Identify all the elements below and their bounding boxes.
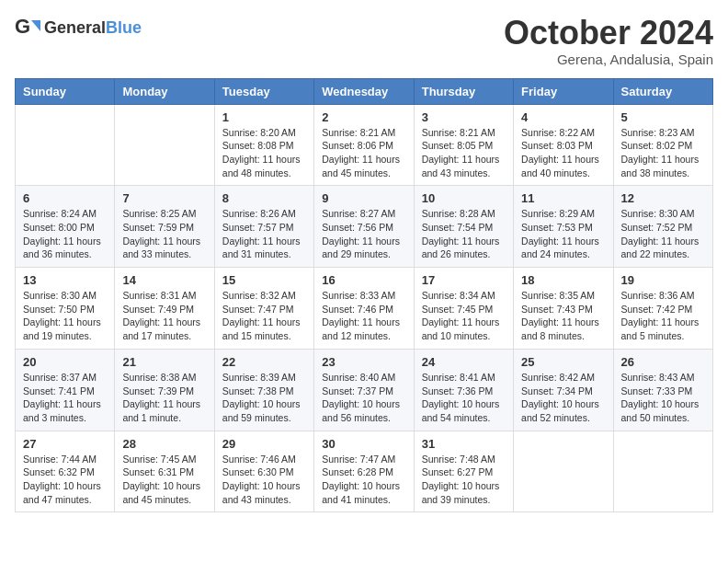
calendar-cell: 27Sunrise: 7:44 AM Sunset: 6:32 PM Dayli… [16, 431, 115, 512]
header-thursday: Thursday [414, 78, 513, 104]
page-header: G GeneralBlue October 2024 Gerena, Andal… [15, 15, 713, 67]
day-detail: Sunrise: 8:39 AM Sunset: 7:38 PM Dayligh… [222, 371, 306, 425]
day-number: 29 [222, 437, 306, 451]
week-row-5: 27Sunrise: 7:44 AM Sunset: 6:32 PM Dayli… [16, 431, 713, 512]
week-row-1: 1Sunrise: 8:20 AM Sunset: 8:08 PM Daylig… [16, 104, 713, 186]
day-number: 5 [621, 110, 705, 124]
calendar-cell: 31Sunrise: 7:48 AM Sunset: 6:27 PM Dayli… [414, 431, 513, 512]
day-detail: Sunrise: 7:46 AM Sunset: 6:30 PM Dayligh… [222, 453, 306, 507]
day-detail: Sunrise: 8:42 AM Sunset: 7:34 PM Dayligh… [521, 371, 605, 425]
calendar-cell: 20Sunrise: 8:37 AM Sunset: 7:41 PM Dayli… [16, 349, 115, 431]
day-detail: Sunrise: 8:34 AM Sunset: 7:45 PM Dayligh… [422, 289, 506, 343]
day-detail: Sunrise: 8:36 AM Sunset: 7:42 PM Dayligh… [621, 289, 705, 343]
calendar-cell [16, 104, 115, 186]
logo-icon: G [15, 15, 40, 40]
month-title: October 2024 [504, 15, 713, 52]
day-number: 26 [621, 355, 705, 369]
day-detail: Sunrise: 8:35 AM Sunset: 7:43 PM Dayligh… [521, 289, 605, 343]
calendar-cell: 5Sunrise: 8:23 AM Sunset: 8:02 PM Daylig… [613, 104, 712, 186]
day-detail: Sunrise: 8:25 AM Sunset: 7:59 PM Dayligh… [122, 207, 206, 261]
day-detail: Sunrise: 8:26 AM Sunset: 7:57 PM Dayligh… [222, 207, 306, 261]
day-detail: Sunrise: 8:21 AM Sunset: 8:06 PM Dayligh… [322, 126, 405, 180]
svg-text:G: G [15, 15, 30, 38]
logo-text-blue: Blue [106, 18, 142, 37]
day-detail: Sunrise: 8:21 AM Sunset: 8:05 PM Dayligh… [422, 126, 506, 180]
day-number: 25 [521, 355, 605, 369]
day-detail: Sunrise: 7:47 AM Sunset: 6:28 PM Dayligh… [322, 453, 405, 507]
day-number: 6 [23, 191, 107, 205]
day-detail: Sunrise: 8:30 AM Sunset: 7:50 PM Dayligh… [23, 289, 107, 343]
day-number: 13 [23, 273, 107, 287]
calendar-cell: 11Sunrise: 8:29 AM Sunset: 7:53 PM Dayli… [514, 186, 613, 268]
header-friday: Friday [514, 78, 613, 104]
calendar-cell: 26Sunrise: 8:43 AM Sunset: 7:33 PM Dayli… [613, 349, 712, 431]
day-detail: Sunrise: 8:30 AM Sunset: 7:52 PM Dayligh… [621, 207, 705, 261]
day-number: 16 [322, 273, 405, 287]
day-number: 7 [122, 191, 206, 205]
day-detail: Sunrise: 8:33 AM Sunset: 7:46 PM Dayligh… [322, 289, 405, 343]
week-row-4: 20Sunrise: 8:37 AM Sunset: 7:41 PM Dayli… [16, 349, 713, 431]
day-detail: Sunrise: 8:43 AM Sunset: 7:33 PM Dayligh… [621, 371, 705, 425]
day-detail: Sunrise: 8:32 AM Sunset: 7:47 PM Dayligh… [222, 289, 306, 343]
day-number: 4 [521, 110, 605, 124]
calendar-cell [115, 104, 214, 186]
day-detail: Sunrise: 8:31 AM Sunset: 7:49 PM Dayligh… [122, 289, 206, 343]
day-detail: Sunrise: 8:24 AM Sunset: 8:00 PM Dayligh… [23, 207, 107, 261]
day-number: 31 [422, 437, 506, 451]
calendar-table: SundayMondayTuesdayWednesdayThursdayFrid… [15, 78, 713, 513]
day-number: 15 [222, 273, 306, 287]
day-number: 23 [322, 355, 405, 369]
calendar-cell: 10Sunrise: 8:28 AM Sunset: 7:54 PM Dayli… [414, 186, 513, 268]
calendar-cell: 4Sunrise: 8:22 AM Sunset: 8:03 PM Daylig… [514, 104, 613, 186]
calendar-cell: 3Sunrise: 8:21 AM Sunset: 8:05 PM Daylig… [414, 104, 513, 186]
logo: G GeneralBlue [15, 15, 142, 40]
day-detail: Sunrise: 8:41 AM Sunset: 7:36 PM Dayligh… [422, 371, 506, 425]
day-number: 21 [122, 355, 206, 369]
calendar-cell: 22Sunrise: 8:39 AM Sunset: 7:38 PM Dayli… [214, 349, 313, 431]
title-area: October 2024 Gerena, Andalusia, Spain [504, 15, 713, 67]
day-number: 17 [422, 273, 506, 287]
day-number: 3 [422, 110, 506, 124]
day-detail: Sunrise: 7:45 AM Sunset: 6:31 PM Dayligh… [122, 453, 206, 507]
calendar-cell: 1Sunrise: 8:20 AM Sunset: 8:08 PM Daylig… [214, 104, 313, 186]
day-detail: Sunrise: 8:22 AM Sunset: 8:03 PM Dayligh… [521, 126, 605, 180]
location-title: Gerena, Andalusia, Spain [504, 52, 713, 67]
calendar-cell: 15Sunrise: 8:32 AM Sunset: 7:47 PM Dayli… [214, 268, 313, 350]
header-monday: Monday [115, 78, 214, 104]
calendar-cell [514, 431, 613, 512]
week-row-3: 13Sunrise: 8:30 AM Sunset: 7:50 PM Dayli… [16, 268, 713, 350]
day-number: 10 [422, 191, 506, 205]
day-number: 19 [621, 273, 705, 287]
day-number: 12 [621, 191, 705, 205]
day-detail: Sunrise: 8:40 AM Sunset: 7:37 PM Dayligh… [322, 371, 405, 425]
calendar-cell: 14Sunrise: 8:31 AM Sunset: 7:49 PM Dayli… [115, 268, 214, 350]
calendar-cell: 18Sunrise: 8:35 AM Sunset: 7:43 PM Dayli… [514, 268, 613, 350]
calendar-cell: 12Sunrise: 8:30 AM Sunset: 7:52 PM Dayli… [613, 186, 712, 268]
day-number: 18 [521, 273, 605, 287]
calendar-cell: 28Sunrise: 7:45 AM Sunset: 6:31 PM Dayli… [115, 431, 214, 512]
day-number: 11 [521, 191, 605, 205]
week-row-2: 6Sunrise: 8:24 AM Sunset: 8:00 PM Daylig… [16, 186, 713, 268]
calendar-cell: 8Sunrise: 8:26 AM Sunset: 7:57 PM Daylig… [214, 186, 313, 268]
calendar-cell: 24Sunrise: 8:41 AM Sunset: 7:36 PM Dayli… [414, 349, 513, 431]
day-number: 24 [422, 355, 506, 369]
calendar-cell: 21Sunrise: 8:38 AM Sunset: 7:39 PM Dayli… [115, 349, 214, 431]
day-number: 8 [222, 191, 306, 205]
header-sunday: Sunday [16, 78, 115, 104]
day-number: 2 [322, 110, 405, 124]
day-detail: Sunrise: 8:27 AM Sunset: 7:56 PM Dayligh… [322, 207, 405, 261]
day-detail: Sunrise: 7:48 AM Sunset: 6:27 PM Dayligh… [422, 453, 506, 507]
day-detail: Sunrise: 8:23 AM Sunset: 8:02 PM Dayligh… [621, 126, 705, 180]
day-number: 30 [322, 437, 405, 451]
day-detail: Sunrise: 8:37 AM Sunset: 7:41 PM Dayligh… [23, 371, 107, 425]
calendar-cell [613, 431, 712, 512]
day-detail: Sunrise: 8:29 AM Sunset: 7:53 PM Dayligh… [521, 207, 605, 261]
day-number: 28 [122, 437, 206, 451]
calendar-cell: 19Sunrise: 8:36 AM Sunset: 7:42 PM Dayli… [613, 268, 712, 350]
header-tuesday: Tuesday [214, 78, 313, 104]
header-wednesday: Wednesday [314, 78, 414, 104]
day-detail: Sunrise: 7:44 AM Sunset: 6:32 PM Dayligh… [23, 453, 107, 507]
day-number: 27 [23, 437, 107, 451]
day-number: 14 [122, 273, 206, 287]
header-saturday: Saturday [613, 78, 712, 104]
